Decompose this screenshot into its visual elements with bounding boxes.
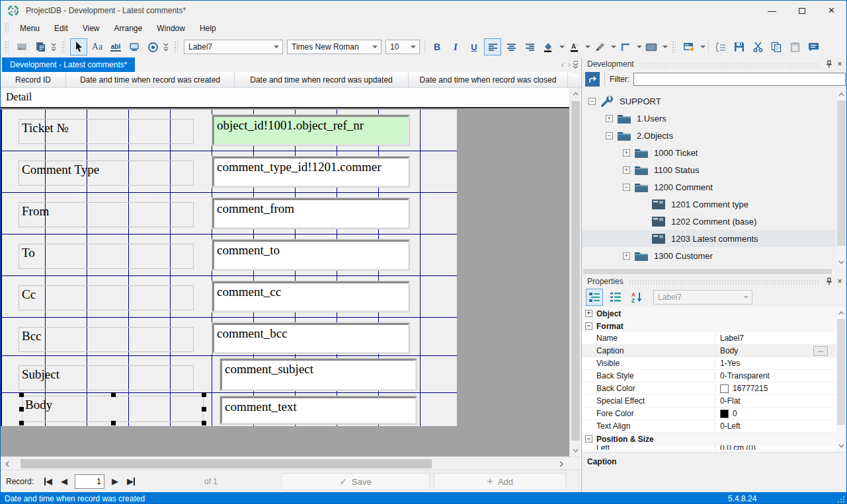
scroll-down-icon[interactable] (836, 256, 846, 268)
designer-field[interactable]: comment_text (220, 396, 417, 424)
scroll-up-icon[interactable] (836, 89, 846, 100)
toolbar-overflow-button[interactable] (50, 38, 58, 55)
chevron-down-icon[interactable] (637, 46, 642, 48)
tree-horizontal-scrollbar[interactable] (582, 268, 836, 275)
save-button[interactable] (731, 38, 748, 55)
selection-handle[interactable] (202, 421, 206, 425)
minimize-button[interactable]: — (757, 1, 787, 20)
resize-grip[interactable] (836, 495, 845, 503)
designer-label[interactable]: Subject (19, 365, 194, 390)
tree-item[interactable]: − SUPPORT (582, 92, 836, 110)
property-value[interactable]: 0-Left (715, 421, 741, 431)
designer-canvas[interactable]: Ticket № object_id!1001.object_ref_nr (1, 110, 457, 426)
column-header[interactable]: Record ID (1, 73, 66, 87)
tree-item[interactable]: − 2.Objects (582, 127, 836, 144)
menu-item[interactable]: Arrange (107, 22, 150, 35)
align-left-button[interactable] (484, 38, 501, 55)
designer-field[interactable]: comment_to (212, 240, 409, 270)
designer-label[interactable]: Body (22, 396, 204, 422)
pin-icon[interactable] (824, 59, 834, 69)
chevron-down-icon[interactable] (611, 46, 616, 48)
menu-item[interactable]: Help (192, 22, 223, 35)
fill-color-button[interactable] (540, 38, 557, 55)
designer-field[interactable]: object_id!1001.object_ref_nr (212, 115, 409, 145)
scroll-down-icon[interactable] (836, 440, 846, 452)
designer-label[interactable]: From (19, 202, 194, 227)
scrollbar-thumb[interactable] (583, 269, 832, 274)
designer-field[interactable]: comment_cc (212, 281, 409, 312)
selection-handle[interactable] (202, 392, 206, 397)
property-value[interactable]: 1-Yes (715, 359, 740, 368)
property-object-combo[interactable]: Label7 (653, 290, 752, 305)
paste-button[interactable] (786, 38, 803, 55)
toolbar-grip[interactable] (5, 41, 9, 53)
scrollbar-thumb[interactable] (571, 101, 580, 441)
tree-expander-icon[interactable]: + (606, 115, 613, 122)
chevron-down-icon[interactable] (585, 46, 590, 48)
categorized-view-button[interactable] (586, 289, 603, 306)
button-tool-button[interactable] (126, 38, 143, 55)
add-record-button[interactable]: + Add (434, 473, 566, 490)
open-object-button[interactable] (585, 72, 600, 87)
property-row[interactable]: Text Align 0-Left (582, 420, 837, 433)
panel-grip[interactable] (629, 279, 819, 285)
scroll-right-icon[interactable] (555, 457, 568, 470)
designer-label[interactable]: Ticket № (19, 119, 194, 144)
image-tool-button[interactable] (13, 38, 30, 55)
save-record-button[interactable]: ✓ Save (281, 473, 430, 490)
toolbar-overflow-button[interactable] (162, 38, 170, 55)
property-value[interactable]: 0-Transparent (715, 371, 770, 380)
property-value[interactable]: Label7 (715, 334, 744, 343)
menu-item[interactable]: Edit (47, 22, 75, 35)
designer-label[interactable]: Cc (19, 285, 194, 310)
cut-button[interactable] (749, 38, 766, 55)
align-right-button[interactable] (521, 38, 538, 55)
menu-item[interactable]: Window (149, 22, 192, 35)
property-row[interactable]: Visible 1-Yes (582, 357, 837, 370)
property-value[interactable]: 0-Flat (715, 396, 741, 406)
tree-item[interactable]: + 1100 Status (582, 161, 836, 178)
detail-band-header[interactable]: Detail (1, 88, 569, 108)
tree-item[interactable]: − 1200 Comment (582, 178, 836, 196)
menu-item[interactable]: View (75, 22, 107, 35)
tree-item[interactable]: 1202 Comment (base) (582, 213, 836, 230)
property-value[interactable]: 0.0 cm (0) (715, 445, 756, 450)
ellipsis-button[interactable]: ... (813, 346, 828, 356)
selection-handle[interactable] (19, 392, 24, 397)
chevron-down-icon[interactable] (559, 46, 565, 48)
tree-item[interactable]: + 1000 Ticket (582, 144, 836, 161)
font-name-combo[interactable]: Times New Roman (287, 40, 382, 54)
previous-record-button[interactable]: ◀ (56, 474, 72, 489)
tree-expander-icon[interactable]: − (623, 184, 630, 191)
property-value[interactable]: Body (715, 346, 738, 355)
scroll-up-icon[interactable] (570, 88, 581, 100)
designer-horizontal-scrollbar[interactable] (1, 456, 581, 470)
property-row[interactable]: Back Color 16777215 (582, 382, 837, 395)
property-row[interactable]: Left 0.0 cm (0) (582, 445, 837, 450)
toolbar-grip[interactable] (672, 41, 676, 53)
alphabetical-view-button[interactable] (607, 289, 624, 306)
property-row[interactable]: Caption Body ... (582, 345, 837, 357)
toolbar-grip[interactable] (5, 22, 9, 34)
align-center-button[interactable] (503, 38, 520, 55)
property-value[interactable]: 16777215 (715, 384, 768, 393)
tree-item[interactable]: 1201 Comment type (582, 196, 836, 213)
shape-button[interactable] (643, 38, 660, 55)
scroll-up-icon[interactable] (836, 307, 846, 319)
scrollbar-thumb[interactable] (837, 100, 846, 246)
font-size-combo[interactable]: 10 (385, 40, 420, 54)
maximize-button[interactable] (787, 1, 817, 20)
property-row[interactable]: Fore Color 0 (582, 408, 837, 420)
pin-icon[interactable] (824, 276, 834, 287)
border-style-button[interactable] (617, 38, 634, 55)
record-number-input[interactable] (75, 474, 104, 489)
column-header[interactable]: Date and time when record was updated (235, 73, 409, 87)
form-settings-button[interactable] (680, 38, 698, 55)
property-group-row[interactable]: − Position & Size (582, 433, 837, 445)
panel-grip[interactable] (639, 62, 819, 68)
column-header[interactable]: Date and time when record was created (66, 73, 235, 87)
first-record-button[interactable]: ◀ (40, 474, 56, 489)
chevron-down-icon[interactable] (700, 46, 706, 48)
last-record-button[interactable]: ▶ (123, 474, 139, 489)
page-copy-tool-button[interactable] (32, 38, 49, 55)
